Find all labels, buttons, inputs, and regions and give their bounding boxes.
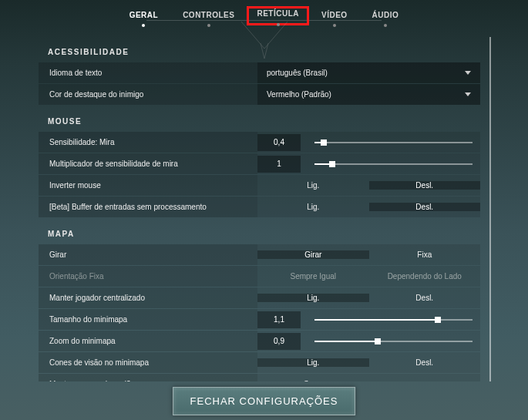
tab-audio[interactable]: ÁUDIO xyxy=(360,8,412,24)
toggle-on[interactable]: Lig. xyxy=(257,294,369,302)
toggle-girar[interactable]: Girar xyxy=(257,250,369,259)
label: Mostrar nomes de região no mapa xyxy=(39,374,257,381)
chevron-down-icon xyxy=(465,71,471,75)
toggle-on[interactable]: Lig. xyxy=(257,203,369,211)
row-enemy-highlight: Cor de destaque do inimigo Vermelho (Pad… xyxy=(39,84,480,105)
slider-aim-sens[interactable] xyxy=(314,142,473,143)
toggle-dependendo[interactable]: Dependendo do Lado xyxy=(369,272,481,281)
toggle-off[interactable]: Desl. xyxy=(369,358,481,367)
tab-video[interactable]: VÍDEO xyxy=(309,8,360,24)
row-vision-cones: Cones de visão no minimapa Lig. Desl. xyxy=(39,352,480,373)
toggle-on[interactable]: Lig. xyxy=(257,181,369,190)
input-minimap-zoom[interactable]: 0,9 xyxy=(257,333,301,350)
label: Multiplicador de sensibilidade de mira xyxy=(39,153,257,174)
row-minimap-size: Tamanho do minimapa 1,1 xyxy=(39,309,480,330)
dropdown-text-language[interactable]: português (Brasil) xyxy=(257,62,480,83)
tab-controles[interactable]: CONTROLES xyxy=(170,8,247,24)
label: Orientação Fixa xyxy=(39,266,257,287)
row-text-language: Idioma de texto português (Brasil) xyxy=(39,62,480,83)
close-settings-button[interactable]: FECHAR CONFIGURAÇÕES xyxy=(173,387,356,415)
slider-aim-mult[interactable] xyxy=(314,163,473,165)
label: Manter jogador centralizado xyxy=(39,287,257,308)
slider-minimap-size[interactable] xyxy=(314,319,473,321)
dropdown-value: português (Brasil) xyxy=(267,69,328,77)
row-region-names: Mostrar nomes de região no mapa Sempre xyxy=(39,374,480,381)
label: Idioma de texto xyxy=(39,62,257,83)
label: Cor de destaque do inimigo xyxy=(39,84,257,105)
dropdown-enemy-highlight[interactable]: Vermelho (Padrão) xyxy=(257,84,480,105)
dropdown-region-names[interactable]: Sempre xyxy=(257,374,480,381)
row-raw-input: [Beta] Buffer de entradas sem processame… xyxy=(39,197,480,217)
dropdown-value: Sempre xyxy=(304,380,331,381)
label: Inverter mouse xyxy=(39,175,257,196)
toggle-fixa[interactable]: Fixa xyxy=(369,250,481,259)
label: Sensibilidade: Mira xyxy=(39,132,257,153)
row-keep-centered: Manter jogador centralizado Lig. Desl. xyxy=(39,287,480,308)
input-aim-sens[interactable]: 0,4 xyxy=(257,134,301,151)
tab-label: CONTROLES xyxy=(183,11,234,19)
scrollbar[interactable] xyxy=(489,37,491,381)
row-fixed-orientation: Orientação Fixa Sempre Igual Dependendo … xyxy=(39,266,480,287)
tab-label: VÍDEO xyxy=(321,11,348,19)
row-rotate: Girar Girar Fixa xyxy=(39,244,480,265)
section-accessibility: ACESSIBILIDADE xyxy=(48,48,480,56)
settings-panel: ACESSIBILIDADE Idioma de texto português… xyxy=(39,35,489,381)
tab-label: GERAL xyxy=(129,11,159,19)
label: Girar xyxy=(39,244,257,265)
label: Zoom do minimapa xyxy=(39,331,257,351)
dropdown-value: Vermelho (Padrão) xyxy=(267,90,331,99)
toggle-off[interactable]: Desl. xyxy=(369,203,481,211)
row-aim-sensitivity: Sensibilidade: Mira 0,4 xyxy=(39,132,480,153)
section-map: MAPA xyxy=(48,230,480,238)
label: [Beta] Buffer de entradas sem processame… xyxy=(39,197,257,217)
tab-geral[interactable]: GERAL xyxy=(117,8,171,24)
row-aim-multiplier: Multiplicador de sensibilidade de mira 1 xyxy=(39,153,480,174)
chevron-down-icon xyxy=(465,92,471,96)
label: Tamanho do minimapa xyxy=(39,309,257,330)
toggle-off[interactable]: Desl. xyxy=(369,181,481,190)
toggle-on[interactable]: Lig. xyxy=(257,358,369,367)
slider-minimap-zoom[interactable] xyxy=(314,341,473,342)
tab-label: RETÍCULA xyxy=(257,9,299,18)
row-invert-mouse: Inverter mouse Lig. Desl. xyxy=(39,175,480,196)
section-mouse: MOUSE xyxy=(48,117,480,126)
tab-label: ÁUDIO xyxy=(372,11,399,19)
input-aim-mult[interactable]: 1 xyxy=(257,156,301,173)
toggle-off[interactable]: Desl. xyxy=(369,294,481,302)
toggle-sempre-igual[interactable]: Sempre Igual xyxy=(257,272,369,281)
input-minimap-size[interactable]: 1,1 xyxy=(257,311,301,328)
label: Cones de visão no minimapa xyxy=(39,352,257,373)
row-minimap-zoom: Zoom do minimapa 0,9 xyxy=(39,331,480,351)
